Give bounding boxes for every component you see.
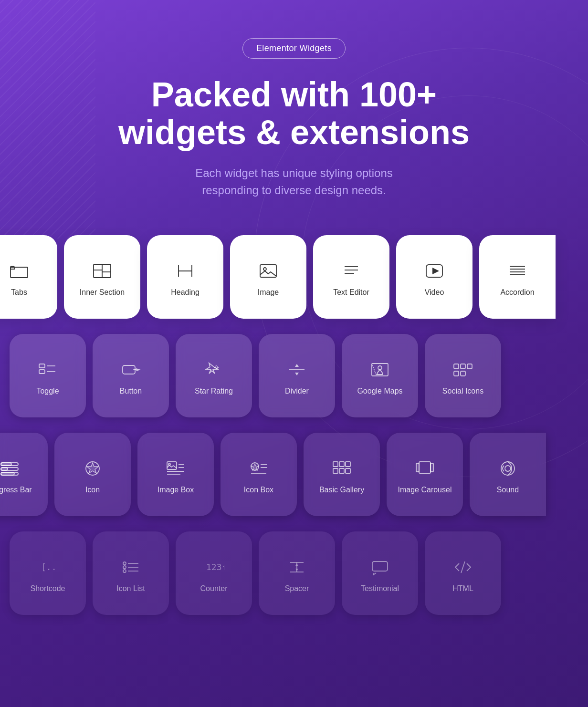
svg-text:123↑: 123↑ [206,562,224,572]
video-label: Video [425,288,444,297]
social-icons-icon [452,359,473,380]
svg-rect-55 [346,462,350,467]
button-icon [120,359,141,380]
html-label: HTML [452,584,473,593]
svg-rect-39 [1,472,14,475]
inner-section-label: Inner Section [80,288,125,297]
svg-rect-30 [461,364,465,369]
widget-card-divider[interactable]: Divider [259,334,335,417]
svg-rect-35 [1,463,11,466]
svg-rect-18 [39,370,45,374]
html-icon [452,557,473,578]
icon-list-label: Icon List [116,584,145,593]
widget-card-text-editor[interactable]: Text Editor [313,235,389,319]
svg-rect-37 [1,468,8,470]
svg-point-62 [501,462,514,475]
svg-point-65 [123,562,126,565]
svg-rect-53 [333,462,338,467]
svg-rect-5 [260,265,276,277]
widget-card-html[interactable]: HTML [425,531,501,615]
svg-rect-57 [339,468,344,473]
star-rating-label: Star Rating [195,387,233,395]
divider-label: Divider [285,387,309,395]
svg-rect-58 [346,468,350,473]
inner-section-icon [92,260,113,281]
accordion-label: Accordion [500,288,534,297]
widget-row-4: [...] Shortcode Icon Lis [0,524,588,623]
tabs-icon [9,260,30,281]
widget-card-inner-section[interactable]: Inner Section [64,235,140,319]
widget-card-image-carousel[interactable]: Image Carousel [387,433,463,516]
svg-point-63 [505,466,511,471]
icon-box-label: Icon Box [244,486,273,494]
svg-text:[...]: [...] [41,562,58,572]
text-editor-icon [341,260,362,281]
widget-card-button[interactable]: Button [93,334,169,417]
widget-card-google-maps[interactable]: Google Maps [342,334,418,417]
svg-rect-33 [461,371,465,376]
text-editor-label: Text Editor [333,288,369,297]
widget-card-icon-list[interactable]: Icon List [93,531,169,615]
svg-point-67 [123,566,126,569]
widget-card-progress-bar[interactable]: Progress Bar [0,433,48,516]
svg-marker-75 [295,563,298,566]
widget-row-2: Toggle Button [0,326,588,425]
icon-list-icon [120,557,141,578]
tabs-label: Tabs [11,288,27,297]
progress-bar-label: Progress Bar [0,486,32,494]
widget-card-counter[interactable]: 123↑ Counter [176,531,252,615]
widget-card-sound[interactable]: Sound [470,433,546,516]
widget-card-shortcode[interactable]: [...] Shortcode [10,531,86,615]
svg-rect-29 [454,364,459,369]
widget-card-star-rating[interactable]: Star Rating [176,334,252,417]
widget-card-spacer[interactable]: Spacer [259,531,335,615]
divider-icon [286,359,307,380]
shortcode-label: Shortcode [31,584,65,593]
icon-icon [82,458,103,479]
svg-marker-22 [214,365,219,369]
widget-card-image-box[interactable]: Image Box [137,433,214,516]
toggle-label: Toggle [36,387,59,395]
widget-card-toggle[interactable]: Toggle [10,334,86,417]
widget-card-video[interactable]: Video [396,235,472,319]
widget-card-basic-gallery[interactable]: Basic Gallery [304,433,380,516]
page-subtitle: Each widget has unique styling optionsre… [195,165,393,199]
widget-row-1: Tabs Inner Section [0,228,588,326]
heading-label: Heading [171,288,200,297]
svg-marker-25 [295,373,299,375]
svg-rect-16 [39,364,45,368]
shortcode-icon: [...] [37,557,58,578]
image-carousel-icon [414,458,435,479]
spacer-icon [286,557,307,578]
widget-card-icon-box[interactable]: Icon Box [220,433,297,516]
counter-label: Counter [200,584,228,593]
svg-marker-24 [295,364,299,367]
star-rating-icon [203,359,224,380]
widget-card-image[interactable]: Image [230,235,306,319]
svg-rect-56 [333,468,338,473]
svg-point-6 [263,268,266,270]
accordion-icon [507,260,528,281]
image-box-icon [165,458,186,479]
image-icon [258,260,279,281]
sound-icon [497,458,518,479]
sound-label: Sound [497,486,519,494]
progress-bar-icon [0,458,20,479]
widget-card-tabs[interactable]: Tabs [0,235,57,319]
social-icons-label: Social Icons [442,387,483,395]
button-label: Button [120,387,142,395]
widget-card-testimonial[interactable]: Testimonial [342,531,418,615]
widget-card-accordion[interactable]: Accordion [479,235,556,319]
svg-marker-11 [432,268,439,274]
page-title: Packed with 100+widgets & extensions [118,76,470,151]
image-carousel-label: Image Carousel [398,486,452,494]
counter-icon: 123↑ [203,557,224,578]
basic-gallery-icon [331,458,352,479]
icon-box-icon [248,458,269,479]
testimonial-icon [369,557,390,578]
page-badge: Elementor Widgets [242,38,346,59]
widget-card-heading[interactable]: Heading [147,235,223,319]
widget-card-social-icons[interactable]: Social Icons [425,334,501,417]
svg-marker-41 [87,463,98,473]
widget-card-icon[interactable]: Icon [54,433,131,516]
